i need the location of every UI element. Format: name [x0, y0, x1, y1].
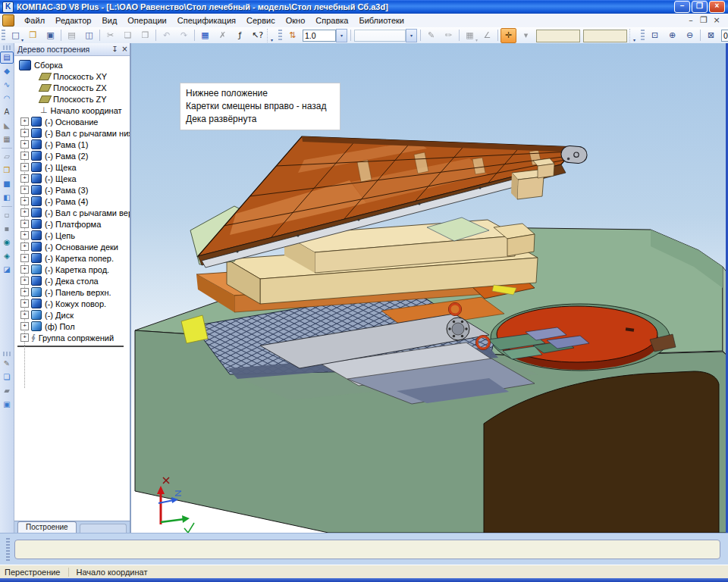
tree-item[interactable]: +(-) Панель верхн. [14, 286, 130, 298]
tree-expand-box[interactable]: + [20, 299, 29, 308]
coord-y-field-input[interactable] [583, 30, 627, 42]
restore-button[interactable]: ❐ [692, 1, 708, 13]
tree-item[interactable]: +(-) Каретка попер. [14, 252, 130, 264]
tree-expand-box[interactable]: + [20, 311, 29, 319]
tree-expand-box[interactable]: + [20, 140, 29, 149]
tree-item[interactable]: +(-) Цепь [14, 230, 130, 241]
new-document-button[interactable]: □▾ [8, 28, 24, 43]
tree-expand-box[interactable]: + [20, 129, 29, 137]
measure-3d-button[interactable]: ◣ [0, 120, 14, 132]
coord-y-field[interactable] [582, 29, 629, 42]
library-manager-button[interactable]: ❒ [0, 164, 14, 177]
tree-item[interactable]: +∮Группа сопряжений [14, 332, 130, 343]
coord-x-field[interactable] [535, 29, 582, 42]
tree-item[interactable]: ⊥Начало координат [14, 105, 130, 116]
tree-item[interactable]: +(-) Основание деки [14, 241, 130, 252]
current-step-combo[interactable]: ▾ [303, 29, 347, 42]
toolbar-overflow-button[interactable]: ▾ [267, 29, 276, 42]
step-updown-button[interactable]: ⇅ [284, 28, 300, 43]
menu-item-6[interactable]: Окно [281, 14, 311, 27]
tree-expand-box[interactable]: + [20, 186, 29, 194]
coord-x-field-input[interactable] [536, 30, 580, 42]
tree-item[interactable]: +(-) Дека стола [14, 275, 130, 286]
tree-expand-box[interactable]: + [20, 242, 29, 251]
chevron-down-icon[interactable]: ▾ [406, 29, 417, 42]
property-bar-handle[interactable] [6, 538, 10, 561]
tree-expand-box[interactable]: + [20, 254, 29, 262]
tree-item[interactable]: +(ф) Пол [14, 321, 130, 332]
tree-expand-box[interactable]: + [20, 152, 29, 160]
mdi-minimize-button[interactable]: – [686, 16, 696, 25]
zoom-window-button[interactable]: ⊡ [647, 28, 663, 43]
print-preview-button[interactable]: ◫ [81, 28, 97, 43]
tree-expand-box[interactable]: + [20, 322, 29, 330]
open-button[interactable]: ❒ [25, 28, 41, 43]
window-manager-button[interactable]: ▦ [197, 28, 213, 43]
tree-item[interactable]: +(-) Рама (4) [14, 196, 130, 207]
panel-drag-handle[interactable] [3, 352, 11, 356]
variables-button[interactable]: ƒ [232, 28, 248, 43]
menu-item-8[interactable]: Библиотеки [353, 14, 410, 27]
tree-expand-box[interactable]: + [20, 231, 29, 239]
properties-button[interactable]: ◧ [0, 192, 14, 204]
save-button[interactable]: ▣ [42, 28, 58, 43]
zoom-scale-combo[interactable]: ▾ [721, 29, 728, 42]
tree-item[interactable]: +(-) Основание [14, 116, 130, 127]
menu-item-3[interactable]: Операции [122, 14, 171, 27]
tree-item[interactable]: +(-) Вал с рычагами нижн. [14, 127, 130, 139]
tree-item[interactable]: +(-) Диск [14, 309, 130, 321]
sketch-button[interactable]: ✎ [0, 358, 14, 370]
web-button[interactable]: ◉ [0, 236, 14, 249]
tree-item[interactable]: +(-) Рама (3) [14, 184, 130, 196]
annotations-button[interactable]: A [0, 106, 14, 118]
close-icon[interactable]: × [120, 45, 130, 55]
panel-drag-handle[interactable] [3, 45, 11, 50]
tree-item[interactable]: Плоскость ZX [14, 82, 130, 93]
collections-button[interactable]: ❏ [0, 371, 14, 383]
tree-expand-box[interactable]: + [20, 174, 29, 183]
tree-expand-box[interactable]: + [20, 333, 29, 342]
menu-item-5[interactable]: Сервис [241, 14, 281, 27]
options-button[interactable]: ◪ [0, 264, 14, 276]
tree-expand-box[interactable]: + [20, 197, 29, 205]
spatial-curves-button[interactable]: ∿ [0, 79, 14, 91]
tree-toggle-button[interactable]: ▤ [0, 52, 14, 64]
menu-item-4[interactable]: Спецификация [172, 14, 241, 27]
tree-item[interactable]: Сборка [14, 59, 130, 70]
tree-expand-box[interactable]: + [20, 163, 29, 171]
zoom-scale-combo-input[interactable] [721, 30, 728, 42]
pin-icon[interactable]: ↧ [110, 45, 120, 55]
current-state-combo-input[interactable] [354, 30, 406, 42]
zoom-out-button[interactable]: ⊖ [682, 28, 698, 43]
tree-item[interactable]: +(-) Кожух повор. [14, 298, 130, 309]
tree-item[interactable]: +(-) Рама (2) [14, 150, 130, 161]
model-button[interactable]: ■ [0, 178, 14, 190]
menu-item-2[interactable]: Вид [96, 14, 122, 27]
menu-item-0[interactable]: Файл [19, 14, 50, 27]
zoom-all-button[interactable]: ⊠ [703, 28, 719, 43]
tab-construction[interactable]: Построение [17, 521, 77, 533]
current-step-combo-input[interactable] [303, 30, 336, 42]
tree-item[interactable]: +(-) Вал с рычагами верхн. [14, 207, 130, 218]
tree-item[interactable]: +(-) Рама (1) [14, 139, 130, 150]
menu-item-1[interactable]: Редактор [50, 14, 96, 27]
toolbar-drag-handle[interactable] [278, 30, 282, 41]
mdi-restore-button[interactable]: ❐ [698, 16, 709, 25]
tree-expand-box[interactable]: + [20, 277, 29, 285]
save-view-button[interactable]: ▣ [0, 399, 14, 411]
toolbar-overflow-button[interactable]: ▾ [629, 29, 639, 42]
tree-expand-box[interactable]: + [20, 288, 29, 296]
tree-expand-box[interactable]: + [20, 265, 29, 274]
filters-button[interactable]: ▦ [0, 133, 14, 146]
tree-expand-box[interactable]: + [20, 208, 29, 217]
zoom-in-button[interactable]: ⊕ [664, 28, 680, 43]
toolbar-drag-handle[interactable] [641, 30, 645, 41]
tree-item[interactable]: +(-) Каретка прод. [14, 264, 130, 275]
menu-item-7[interactable]: Справка [310, 14, 353, 27]
service-button[interactable]: ◈ [0, 250, 14, 262]
minimize-button[interactable]: – [674, 1, 690, 13]
tree-expand-box[interactable]: + [20, 220, 29, 228]
mdi-close-button[interactable]: × [711, 16, 722, 25]
tree-item[interactable]: +(-) Щека [14, 161, 130, 173]
chevron-down-icon[interactable]: ▾ [336, 29, 347, 42]
